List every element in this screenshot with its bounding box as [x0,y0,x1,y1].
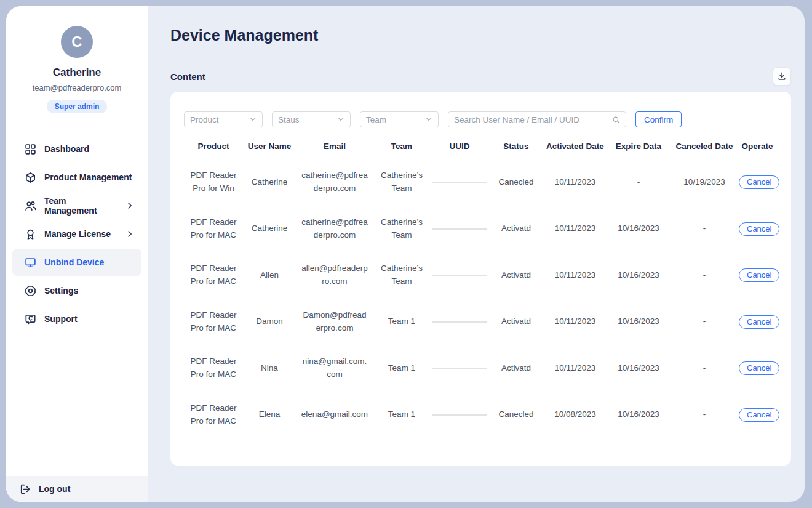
section-label: Content [170,71,205,82]
logout-icon [20,483,31,495]
cell-canceled-date: - [670,315,739,328]
cell-team: Team 1 [373,315,430,328]
cell-status: Canecled [489,408,543,421]
cell-product: PDF Reader Pro for MAC [184,402,243,428]
cell-canceled-date: - [670,408,739,421]
cell-user-name: Nina [243,362,296,375]
status-select[interactable]: Staus [272,111,351,127]
column-header-user-name: User Name [243,142,296,151]
dashboard-icon [25,143,36,155]
cancel-button[interactable]: Cancel [739,268,779,282]
table-header: Product User Name Email Team UUID Status… [184,132,778,159]
chevron-right-icon [125,230,134,238]
column-header-expire-data: Expire Data [607,142,670,151]
sidebar-item-support[interactable]: Support [12,305,141,333]
cell-user-name: Catherine [243,222,296,235]
sidebar-item-label: Settings [44,286,134,296]
confirm-button[interactable]: Confirm [635,111,682,127]
cell-expire-date: 10/16/2023 [607,269,670,282]
app-window: C Catherine team@pdfreaderpro.com Super … [6,6,805,502]
support-icon [25,313,36,325]
sidebar: C Catherine team@pdfreaderpro.com Super … [6,6,148,502]
sidebar-item-dashboard[interactable]: Dashboard [12,135,141,163]
cell-status: Activatd [489,362,543,375]
uuid-redacted-line [432,368,487,369]
cell-canceled-date: - [670,269,739,282]
product-select[interactable]: Product [184,111,263,127]
main-content: Device Management Content Product [148,6,805,502]
cell-email: catherine@pdfreaderpro.com [296,216,373,242]
cell-product: PDF Reader Pro for MAC [184,309,243,335]
cell-user-name: Allen [243,269,296,282]
product-select-value: Product [190,115,219,124]
sidebar-item-settings[interactable]: Settings [12,277,141,304]
cell-expire-date: - [607,176,670,189]
cell-team: Catherine’s Team [373,169,430,195]
sidebar-item-label: Team Management [44,196,117,216]
team-icon [25,200,36,212]
column-header-canceled-date: Canceled Date [670,142,739,151]
sidebar-item-label: Support [44,314,134,324]
cell-expire-date: 10/16/2023 [607,362,670,375]
uuid-redacted-line [432,275,487,276]
product-icon [25,172,36,183]
profile-section: C Catherine team@pdfreaderpro.com Super … [6,6,148,113]
sidebar-item-label: Manage License [44,229,117,239]
filter-bar: Product Staus Team [184,111,778,127]
status-select-value: Staus [278,115,300,124]
cell-team: Team 1 [373,408,430,421]
column-header-activated-date: Activated Date [543,142,607,151]
logout-button[interactable]: Log out [6,476,148,502]
cancel-button[interactable]: Cancel [739,408,779,422]
cell-team: Catherine’s Team [373,216,430,242]
cell-operate: Cancel [739,268,776,282]
page-title: Device Management [170,26,791,44]
chevron-right-icon [125,201,134,210]
download-icon [777,71,787,81]
cell-team: Team 1 [373,362,430,375]
cell-team: Catherine’s Team [373,262,430,288]
sidebar-item-team-management[interactable]: Team Management [12,192,141,219]
cell-activated-date: 10/11/2023 [543,362,607,375]
search-input[interactable] [454,115,612,124]
avatar: C [61,26,93,58]
cell-email: nina@gmail.com.com [296,355,373,381]
cell-expire-date: 10/16/2023 [607,408,670,421]
column-header-operate: Operate [739,142,776,151]
cell-status: Activatd [489,222,543,235]
cell-uuid [430,275,489,276]
cell-product: PDF Reader Pro for MAC [184,216,243,242]
sidebar-item-product-management[interactable]: Product Management [12,164,141,191]
cell-email: allen@pdfreaderpro.com [296,262,373,288]
license-icon [25,228,36,240]
cell-operate: Cancel [739,361,776,375]
search-field [448,111,626,127]
cell-email: catherine@pdfreaderpro.com [296,169,373,195]
sidebar-nav: Dashboard Product Management Team Manage… [6,135,148,333]
cell-activated-date: 10/11/2023 [543,222,607,235]
cancel-button[interactable]: Cancel [739,175,779,189]
cancel-button[interactable]: Cancel [739,315,779,329]
cancel-button[interactable]: Cancel [739,222,779,236]
cancel-button[interactable]: Cancel [739,361,779,375]
download-button[interactable] [773,67,791,86]
team-select[interactable]: Team [360,111,439,127]
user-name: Catherine [6,67,148,79]
cell-uuid [430,228,489,230]
uuid-redacted-line [432,182,487,183]
cell-user-name: Catherine [243,176,296,189]
cell-canceled-date: 10/19/2023 [670,176,739,189]
cell-canceled-date: - [670,362,739,375]
cell-expire-date: 10/16/2023 [607,315,670,328]
cell-operate: Cancel [739,222,776,236]
settings-icon [25,285,36,297]
avatar-letter: C [71,33,82,50]
search-icon [612,116,620,124]
table-row: PDF Reader Pro for MAC Nina nina@gmail.c… [184,345,778,392]
sidebar-item-unbind-device[interactable]: Unbind Device [12,249,141,276]
sidebar-item-manage-license[interactable]: Manage License [12,220,141,248]
cell-activated-date: 10/11/2023 [543,176,607,189]
cell-canceled-date: - [670,222,739,235]
cell-operate: Cancel [739,175,776,189]
cell-status: Activatd [489,315,543,328]
